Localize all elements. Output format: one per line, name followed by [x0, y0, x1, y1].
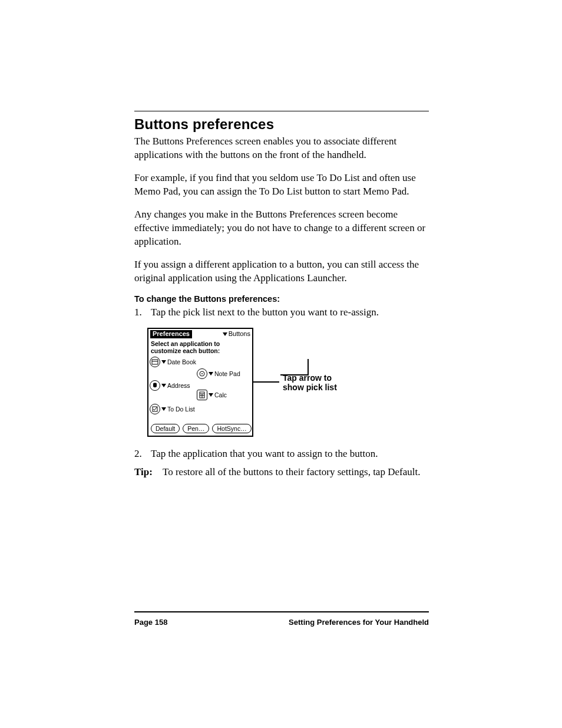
chevron-down-icon: [161, 360, 166, 364]
callout-connector: [252, 381, 279, 384]
intro-para-2: For example, if you find that you seldom…: [134, 172, 429, 199]
chevron-down-icon: [209, 393, 213, 397]
assign-calc-label: Calc: [214, 392, 227, 398]
address-icon: [150, 380, 160, 391]
callout-text: Tap arrow to show pick list: [283, 373, 337, 392]
step-1: 1. Tap the pick list next to the button …: [134, 306, 429, 319]
assign-datebook-label: Date Book: [167, 359, 196, 365]
assign-notepad-label: Note Pad: [214, 371, 240, 377]
assign-todo[interactable]: To Do List: [150, 404, 195, 414]
assign-address-label: Address: [167, 383, 190, 389]
callout-connector-hook: [280, 359, 309, 375]
chevron-down-icon: [223, 332, 227, 336]
page-footer: Page 158 Setting Preferences for Your Ha…: [134, 618, 429, 627]
chevron-down-icon: [161, 384, 166, 387]
step-2: 2. Tap the application that you want to …: [134, 447, 429, 461]
datebook-icon: [150, 357, 160, 367]
step-2-text: Tap the application that you want to ass…: [151, 447, 429, 461]
screenshot-title: Preferences: [150, 330, 192, 338]
hotsync-button[interactable]: HotSync…: [212, 424, 251, 433]
pen-button[interactable]: Pen…: [183, 424, 209, 433]
todo-icon: [150, 404, 160, 414]
screenshot-button-row: Default Pen… HotSync…: [148, 421, 252, 436]
notepad-icon: [197, 368, 207, 379]
intro-para-4: If you assign a different application to…: [134, 258, 429, 285]
default-button[interactable]: Default: [151, 424, 180, 433]
step-2-number: 2.: [134, 447, 145, 461]
intro-para-3: Any changes you make in the Buttons Pref…: [134, 208, 429, 249]
assign-address[interactable]: Address: [150, 380, 190, 391]
screenshot-body: Date Book Note Pad: [148, 357, 252, 421]
screenshot-header: Preferences Buttons: [148, 329, 252, 340]
calc-icon: [197, 390, 207, 400]
category-label: Buttons: [229, 331, 250, 338]
tip-label: Tip:: [134, 466, 157, 479]
chevron-down-icon: [161, 407, 166, 411]
assign-todo-label: To Do List: [167, 406, 195, 413]
section-heading: Buttons preferences: [134, 116, 429, 133]
screenshot-prompt: Select an application to customize each …: [148, 340, 252, 357]
procedure-heading: To change the Buttons preferences:: [134, 294, 429, 304]
assign-datebook[interactable]: Date Book: [150, 357, 196, 367]
assign-calc[interactable]: Calc: [197, 390, 227, 400]
figure-buttons-prefs: Preferences Buttons Select an applicatio…: [147, 328, 429, 437]
palm-screenshot: Preferences Buttons Select an applicatio…: [147, 328, 253, 437]
tip-row: Tip: To restore all of the buttons to th…: [134, 466, 429, 479]
svg-rect-0: [152, 360, 158, 364]
category-picklist[interactable]: Buttons: [223, 331, 250, 338]
callout-line-2: show pick list: [283, 383, 337, 392]
svg-point-3: [201, 373, 203, 374]
chevron-down-icon: [209, 372, 213, 375]
tip-text: To restore all of the buttons to their f…: [163, 466, 429, 479]
step-1-number: 1.: [134, 306, 145, 319]
top-rule: [134, 111, 429, 111]
footer-chapter-title: Setting Preferences for Your Handheld: [289, 618, 429, 627]
footer-page-number: Page 158: [134, 618, 167, 627]
intro-para-1: The Buttons Preferences screen enables y…: [134, 135, 429, 162]
assign-notepad[interactable]: Note Pad: [197, 368, 240, 379]
footer-rule: [134, 611, 429, 612]
step-1-text: Tap the pick list next to the button you…: [151, 306, 429, 319]
